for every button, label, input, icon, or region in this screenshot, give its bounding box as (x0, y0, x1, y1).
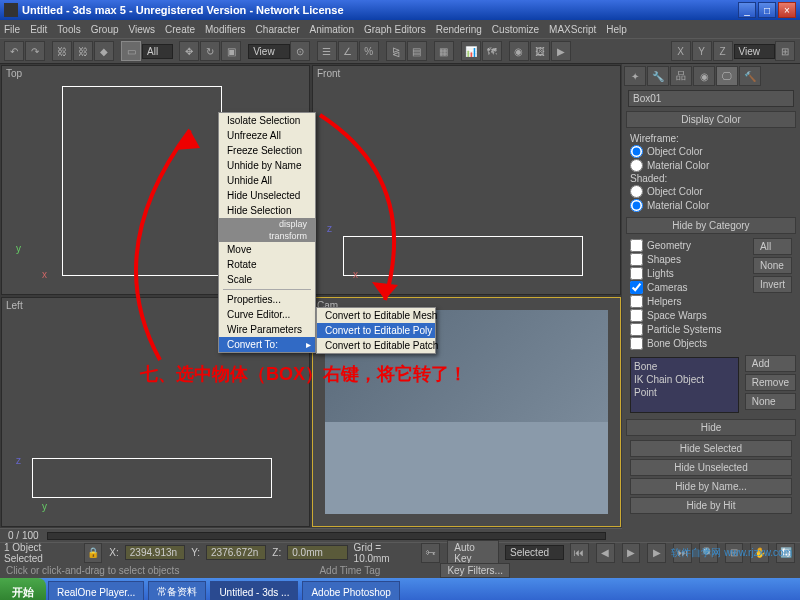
y-coord-field[interactable]: 2376.672n (206, 545, 266, 560)
timeline[interactable]: 0 / 100 (0, 528, 622, 542)
cat-none-button[interactable]: None (753, 257, 792, 274)
ctx-unhide-byname[interactable]: Unhide by Name (219, 158, 315, 173)
hierarchy-tab[interactable]: 品 (670, 66, 692, 86)
ctx-curve-editor[interactable]: Curve Editor... (219, 307, 315, 322)
ctx-unhide-all[interactable]: Unhide All (219, 173, 315, 188)
create-tab[interactable]: ✦ (624, 66, 646, 86)
key-icon[interactable]: 🗝 (421, 543, 440, 563)
menu-grapheditors[interactable]: Graph Editors (364, 24, 426, 35)
ctx-scale[interactable]: Scale (219, 272, 315, 287)
cb-cameras[interactable] (630, 281, 643, 294)
layer-button[interactable]: ▦ (434, 41, 454, 61)
bone-add-button[interactable]: Add (745, 355, 796, 372)
cat-all-button[interactable]: All (753, 238, 792, 255)
bind-button[interactable]: ◆ (94, 41, 114, 61)
ctx-move[interactable]: Move (219, 242, 315, 257)
hide-byhit-button[interactable]: Hide by Hit (630, 497, 792, 514)
bone-none-button[interactable]: None (745, 393, 796, 410)
select-button[interactable]: ▭ (121, 41, 141, 61)
wireframe-matcolor-radio[interactable] (630, 159, 643, 172)
object-name-field[interactable]: Box01 (628, 90, 794, 107)
cb-geometry[interactable] (630, 239, 643, 252)
display-color-rollout[interactable]: Display Color (626, 111, 796, 128)
menu-edit[interactable]: Edit (30, 24, 47, 35)
time-tag-field[interactable]: Add Time Tag (319, 565, 380, 576)
schematic-button[interactable]: 🗺 (482, 41, 502, 61)
link-button[interactable]: ⛓ (52, 41, 72, 61)
taskbar-item[interactable]: Untitled - 3ds ... (210, 581, 298, 600)
shaded-matcolor-radio[interactable] (630, 199, 643, 212)
align-button[interactable]: ▤ (407, 41, 427, 61)
y-lock-button[interactable]: Y (692, 41, 712, 61)
cb-spacewarps[interactable] (630, 309, 643, 322)
motion-tab[interactable]: ◉ (693, 66, 715, 86)
render-scene-button[interactable]: 🖼 (530, 41, 550, 61)
redo-button[interactable]: ↷ (25, 41, 45, 61)
close-button[interactable]: × (778, 2, 796, 18)
menu-modifiers[interactable]: Modifiers (205, 24, 246, 35)
menu-views[interactable]: Views (129, 24, 156, 35)
angle-snap-button[interactable]: ∠ (338, 41, 358, 61)
z-coord-field[interactable]: 0.0mm (287, 545, 347, 560)
minimize-button[interactable]: _ (738, 2, 756, 18)
cb-bones[interactable] (630, 337, 643, 350)
lock-button[interactable]: 🔒 (84, 543, 103, 563)
ctx-hide-unselected[interactable]: Hide Unselected (219, 188, 315, 203)
ctx-rotate[interactable]: Rotate (219, 257, 315, 272)
trackview-button[interactable]: 📊 (461, 41, 481, 61)
prev-frame-button[interactable]: ◀ (596, 543, 615, 563)
display-tab[interactable]: 🖵 (716, 66, 738, 86)
shaded-objcolor-radio[interactable] (630, 185, 643, 198)
bone-list[interactable]: Bone IK Chain Object Point (630, 357, 739, 413)
mirror-button[interactable]: ⧎ (386, 41, 406, 61)
taskbar-item[interactable]: 常备资料 (148, 581, 206, 600)
bone-remove-button[interactable]: Remove (745, 374, 796, 391)
cb-particles[interactable] (630, 323, 643, 336)
utilities-tab[interactable]: 🔨 (739, 66, 761, 86)
play-button[interactable]: ▶ (622, 543, 641, 563)
menu-create[interactable]: Create (165, 24, 195, 35)
hide-selected-button[interactable]: Hide Selected (630, 440, 792, 457)
menu-group[interactable]: Group (91, 24, 119, 35)
ctx-convert-to[interactable]: Convert To: (219, 337, 315, 352)
taskbar-item[interactable]: Adobe Photoshop (302, 581, 400, 600)
ctx-wire-params[interactable]: Wire Parameters (219, 322, 315, 337)
modify-tab[interactable]: 🔧 (647, 66, 669, 86)
goto-start-button[interactable]: ⏮ (570, 543, 589, 563)
timeline-slider[interactable] (47, 532, 606, 540)
hide-rollout[interactable]: Hide (626, 419, 796, 436)
ctx-hide-selection[interactable]: Hide Selection (219, 203, 315, 218)
ctx-convert-patch[interactable]: Convert to Editable Patch (317, 338, 435, 353)
menu-rendering[interactable]: Rendering (436, 24, 482, 35)
ctx-freeze-selection[interactable]: Freeze Selection (219, 143, 315, 158)
key-filters-button[interactable]: Key Filters... (440, 563, 510, 578)
menu-character[interactable]: Character (256, 24, 300, 35)
menu-help[interactable]: Help (606, 24, 627, 35)
restrict-button[interactable]: ⊞ (775, 41, 795, 61)
maximize-button[interactable]: □ (758, 2, 776, 18)
ctx-properties[interactable]: Properties... (219, 292, 315, 307)
coord-system-drop[interactable]: View (248, 44, 290, 59)
cb-lights[interactable] (630, 267, 643, 280)
wireframe-objcolor-radio[interactable] (630, 145, 643, 158)
undo-button[interactable]: ↶ (4, 41, 24, 61)
menu-customize[interactable]: Customize (492, 24, 539, 35)
snap-button[interactable]: ☰ (317, 41, 337, 61)
quick-render-button[interactable]: ▶ (551, 41, 571, 61)
cb-helpers[interactable] (630, 295, 643, 308)
material-button[interactable]: ◉ (509, 41, 529, 61)
hide-category-rollout[interactable]: Hide by Category (626, 217, 796, 234)
ctx-convert-mesh[interactable]: Convert to Editable Mesh (317, 308, 435, 323)
cat-invert-button[interactable]: Invert (753, 276, 792, 293)
hide-unselected-button[interactable]: Hide Unselected (630, 459, 792, 476)
start-button[interactable]: 开始 (0, 578, 46, 600)
hide-byname-button[interactable]: Hide by Name... (630, 478, 792, 495)
keymode-drop[interactable]: Selected (505, 545, 564, 560)
ctx-unfreeze-all[interactable]: Unfreeze All (219, 128, 315, 143)
menu-tools[interactable]: Tools (57, 24, 80, 35)
ctx-convert-poly[interactable]: Convert to Editable Poly (317, 323, 435, 338)
menu-maxscript[interactable]: MAXScript (549, 24, 596, 35)
menu-animation[interactable]: Animation (310, 24, 354, 35)
cb-shapes[interactable] (630, 253, 643, 266)
x-lock-button[interactable]: X (671, 41, 691, 61)
